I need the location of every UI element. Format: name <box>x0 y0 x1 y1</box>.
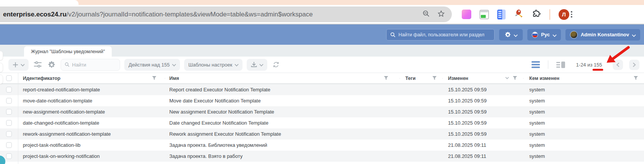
language-selector[interactable]: Рус <box>527 29 561 41</box>
table-row[interactable]: report-created-notification-template Rep… <box>0 84 644 95</box>
extension-css-icon[interactable] <box>480 10 489 19</box>
sort-chevron-icon[interactable] <box>505 77 509 80</box>
next-page-button[interactable] <box>629 60 639 70</box>
filter-icon[interactable] <box>634 76 638 80</box>
journal-settings-button[interactable] <box>47 59 56 71</box>
cell-modified-by: system <box>523 109 644 115</box>
row-checkbox[interactable] <box>6 142 12 148</box>
extension-rocket-icon[interactable] <box>514 9 524 20</box>
column-header-name[interactable]: Имя <box>165 76 400 81</box>
extension-ruler-icon[interactable] <box>497 10 506 19</box>
table-row[interactable]: project-task-notification-lib Задача про… <box>0 140 644 151</box>
cell-modified-by: system <box>523 98 644 104</box>
gear-icon <box>48 61 55 68</box>
table-row[interactable]: date-changed-notification-template Date … <box>0 117 644 128</box>
refresh-icon <box>273 61 279 68</box>
browser-menu-icon[interactable] <box>571 11 572 18</box>
cell-name: Задача проекта. Библиотека уведомлений <box>165 142 400 148</box>
cell-modified: 21.08.2025 09:11 <box>442 142 523 148</box>
journal-table: Идентификатор Имя Теги Изменен Кем измен… <box>0 73 644 164</box>
prev-page-button[interactable] <box>613 60 623 70</box>
app-header: Рус Admin Konstantinov <box>0 24 644 45</box>
zoom-out-icon[interactable] <box>422 10 430 19</box>
filter-icon[interactable] <box>152 76 156 80</box>
journal-search[interactable] <box>61 59 120 71</box>
sidebar-handle[interactable] <box>0 63 3 72</box>
bookmark-star-icon[interactable] <box>437 10 445 19</box>
select-all-checkbox[interactable] <box>6 75 12 81</box>
table-row[interactable] <box>0 162 644 164</box>
table-row[interactable]: new-assignment-notification-template New… <box>0 106 644 117</box>
cell-name: Report created Executor Notification Tem… <box>165 87 400 93</box>
create-button[interactable] <box>8 59 29 71</box>
preview-view-button[interactable] <box>555 62 567 68</box>
journal-toolbar: Действия над 155 Шаблоны настроек 1-24 и… <box>0 57 644 73</box>
row-checkbox[interactable] <box>6 109 12 115</box>
column-header-modified-by[interactable]: Кем изменен <box>523 76 644 81</box>
download-icon <box>251 62 257 68</box>
table-row[interactable]: rework-assignment-notification-template … <box>0 128 644 140</box>
column-header-id[interactable]: Идентификатор <box>18 76 165 81</box>
global-search[interactable] <box>386 29 495 41</box>
filter-icon[interactable] <box>513 76 517 80</box>
filter-icon[interactable] <box>384 76 388 80</box>
table-view-button[interactable] <box>530 61 541 68</box>
extension-pink-icon[interactable] <box>462 10 471 19</box>
column-header-modified[interactable]: Изменен <box>442 76 523 81</box>
user-menu[interactable]: Admin Konstantinov <box>565 29 640 41</box>
journal-tab-strip: Журнал "Шаблоны уведомлений" <box>0 45 644 57</box>
global-search-input[interactable] <box>398 32 490 37</box>
row-checkbox[interactable] <box>6 120 12 126</box>
actions-label: Действия над 155 <box>128 62 170 68</box>
chevron-down-icon <box>514 33 517 36</box>
row-checkbox[interactable] <box>6 131 12 137</box>
row-checkbox[interactable] <box>6 87 12 93</box>
cell-name: Rework assignment Executor Notification … <box>165 131 400 137</box>
sidebar-handle[interactable] <box>0 51 3 60</box>
gear-icon <box>505 32 511 38</box>
address-bar[interactable]: enterprise.ecos24.ru/v2/journals?journal… <box>0 6 452 22</box>
journal-tab[interactable]: Журнал "Шаблоны уведомлений" <box>24 46 112 57</box>
toolbar-separator <box>549 9 550 20</box>
row-checkbox[interactable] <box>6 98 12 104</box>
export-button[interactable] <box>247 59 267 71</box>
cell-name: Move date Executor Notification Template <box>165 98 400 104</box>
row-checkbox[interactable] <box>6 153 12 159</box>
actions-dropdown[interactable]: Действия над 155 <box>124 59 180 71</box>
cell-modified: 21.08.2025 09:11 <box>442 153 523 159</box>
sidebar-handle[interactable] <box>0 75 3 84</box>
cell-modified-by: system <box>523 153 644 159</box>
browser-active-tab-bottom <box>0 0 79 5</box>
table-row[interactable]: move-date-notification-template Move dat… <box>0 95 644 106</box>
extensions-puzzle-icon[interactable] <box>532 9 541 20</box>
filter-settings-button[interactable] <box>33 59 43 71</box>
chevron-right-icon <box>633 62 636 67</box>
filter-icon[interactable] <box>432 76 437 80</box>
settings-button[interactable] <box>499 29 523 41</box>
row-checkbox-cell <box>0 84 18 95</box>
cell-modified-by: system <box>523 142 644 148</box>
url-text[interactable]: enterprise.ecos24.ru/v2/journals?journal… <box>3 11 418 18</box>
cell-name: New assignment Executor Notification Tem… <box>165 109 400 115</box>
chevron-down-icon <box>632 33 636 36</box>
refresh-button[interactable] <box>271 59 281 71</box>
cell-id: report-created-notification-template <box>18 87 165 93</box>
chevron-down-icon <box>235 62 238 66</box>
pagination-label: 1-24 из 155 <box>576 62 602 68</box>
cell-modified: 15.10.2025 09:59 <box>442 120 523 126</box>
chevron-left-icon <box>616 62 620 67</box>
cell-modified-by: system <box>523 87 644 93</box>
table-body: report-created-notification-template Rep… <box>0 84 644 164</box>
column-header-tags[interactable]: Теги <box>400 76 442 81</box>
table-row[interactable]: project-task-on-working-notification Зад… <box>0 151 644 162</box>
settings-templates-dropdown[interactable]: Шаблоны настроек <box>184 59 243 71</box>
journal-search-input[interactable] <box>72 62 116 68</box>
cell-id: date-changed-notification-template <box>18 120 165 126</box>
cell-modified: 15.10.2025 09:59 <box>442 87 523 93</box>
browser-profile-avatar[interactable]: Л <box>559 9 569 20</box>
cell-id: project-task-notification-lib <box>18 142 165 148</box>
cell-modified: 15.10.2025 09:59 <box>442 98 523 104</box>
table-header-row: Идентификатор Имя Теги Изменен Кем измен… <box>0 73 644 84</box>
view-divider <box>548 60 548 69</box>
user-name: Admin Konstantinov <box>581 32 629 37</box>
